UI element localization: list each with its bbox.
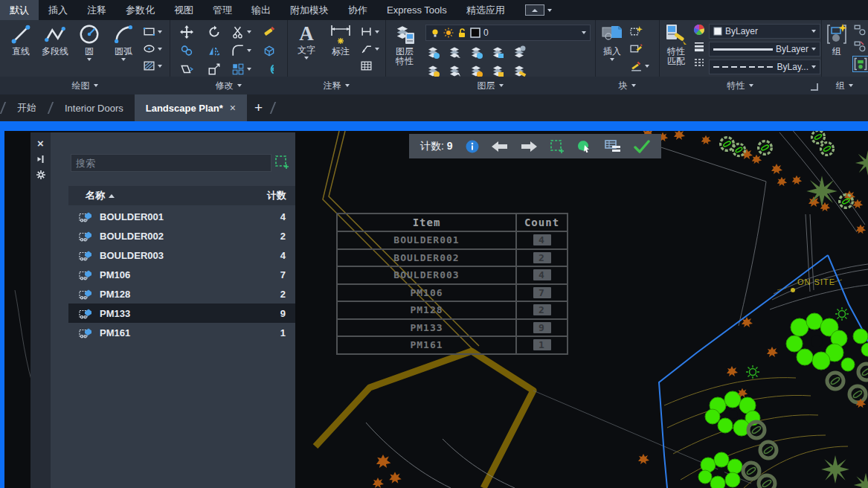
erase-icon[interactable]: [263, 25, 276, 39]
move-icon[interactable]: [180, 25, 193, 39]
hatch-button[interactable]: [143, 58, 162, 74]
ribbon-tab[interactable]: Express Tools: [377, 0, 457, 20]
palette-row-PM161[interactable]: PM1611: [68, 323, 295, 342]
ribbon-tab[interactable]: 视图: [164, 0, 203, 20]
palette-row-PM133[interactable]: PM1339: [68, 304, 295, 323]
match-properties-button[interactable]: 特性 匹配: [663, 20, 689, 77]
layer-merge-button[interactable]: [512, 45, 527, 60]
layer-properties-button[interactable]: 图层 特性: [390, 20, 419, 77]
panel-label-group[interactable]: 组: [821, 77, 868, 94]
arc-button[interactable]: 圆弧: [109, 20, 138, 77]
ribbon-tab[interactable]: 输出: [242, 0, 280, 20]
ribbon-tab[interactable]: 管理: [203, 0, 242, 20]
file-tab[interactable]: Interior Doors: [54, 94, 135, 121]
previous-arrow-button[interactable]: [492, 141, 508, 152]
select-objects-icon[interactable]: [274, 155, 289, 170]
mirror-icon[interactable]: [208, 44, 221, 57]
palette-row-PM106[interactable]: PM1067: [68, 265, 295, 284]
create-table-button[interactable]: [605, 139, 621, 154]
edit-block-button[interactable]: [630, 41, 649, 57]
polyline-button[interactable]: 多段线: [40, 20, 70, 77]
layer-match-button[interactable]: [512, 63, 527, 78]
layer-thaw-all-button[interactable]: [469, 63, 483, 78]
panel-label-annotate[interactable]: 注释: [287, 77, 385, 94]
scale-icon[interactable]: [208, 62, 221, 76]
close-tab-icon[interactable]: ×: [230, 102, 236, 114]
palette-row-BOULDER001[interactable]: BOULDER0014: [68, 207, 295, 226]
ribbon-tab[interactable]: 精选应用: [457, 0, 515, 20]
linear-dim-button[interactable]: [360, 24, 379, 39]
zoom-to-selected-button[interactable]: [577, 139, 592, 154]
leader-button[interactable]: [360, 41, 379, 57]
panel-label-properties[interactable]: 特性: [659, 77, 821, 94]
info-icon[interactable]: [466, 140, 479, 153]
palette-row-PM128[interactable]: PM1282: [68, 284, 295, 304]
palette-row-BOULDER002[interactable]: BOULDER0022: [68, 226, 295, 245]
palette-close-icon[interactable]: ×: [37, 138, 44, 149]
explode-icon[interactable]: [263, 44, 276, 57]
layer-select[interactable]: 0: [425, 25, 591, 41]
ribbon-tab[interactable]: 注释: [77, 0, 116, 20]
drawing-viewport[interactable]: ON SITE: [0, 121, 868, 488]
group-edit-icon[interactable]: [853, 40, 867, 54]
rotate-icon[interactable]: [208, 25, 221, 39]
group-selection-toggle[interactable]: [853, 57, 868, 71]
next-arrow-button[interactable]: [521, 141, 537, 152]
line-button[interactable]: 直线: [6, 20, 36, 77]
layer-unlock-button[interactable]: [490, 63, 505, 78]
lineweight-select[interactable]: ByLayer: [709, 42, 820, 57]
stretch-icon[interactable]: [180, 62, 193, 76]
confirm-check-button[interactable]: [634, 140, 650, 153]
dialog-launcher-icon[interactable]: [811, 83, 818, 91]
panel-label-modify[interactable]: 修改: [170, 77, 287, 94]
layer-freeze-button[interactable]: [469, 45, 483, 60]
ribbon-tab[interactable]: 默认: [0, 0, 39, 20]
layer-lock-button[interactable]: [490, 45, 505, 60]
group-button[interactable]: 组: [824, 20, 849, 77]
new-tab-button[interactable]: +: [254, 100, 263, 116]
dimension-button[interactable]: 标注: [326, 20, 356, 77]
ribbon-tab[interactable]: 参数化: [116, 0, 164, 20]
circle-button[interactable]: 圆: [74, 20, 104, 77]
palette-row-BOULDER003[interactable]: BOULDER0034: [68, 245, 295, 265]
ribbon-collapse-button[interactable]: [525, 4, 552, 16]
layer-on-icon: [430, 28, 440, 38]
file-tab[interactable]: Landscape Plan*×: [135, 94, 247, 121]
ribbon-tab[interactable]: 附加模块: [280, 0, 338, 20]
palette-autohide-pin-icon[interactable]: [36, 154, 46, 164]
lineweight-icon[interactable]: [693, 40, 705, 52]
select-region-button[interactable]: [550, 139, 565, 154]
block-icon: [79, 327, 92, 338]
offset-icon[interactable]: [263, 62, 276, 76]
insert-block-button[interactable]: 插入: [597, 20, 627, 77]
create-block-button[interactable]: [630, 24, 649, 39]
layer-on-all-button[interactable]: [425, 63, 440, 78]
object-color-select[interactable]: ByLayer: [709, 24, 820, 39]
ribbon-tab[interactable]: 插入: [39, 0, 77, 20]
edit-attributes-button[interactable]: [630, 58, 649, 74]
table-button[interactable]: [360, 58, 379, 74]
fillet-button[interactable]: [231, 42, 251, 58]
search-input[interactable]: [71, 154, 271, 172]
trim-button[interactable]: [231, 24, 251, 39]
ellipse-button[interactable]: [143, 41, 162, 57]
layer-off-button[interactable]: [425, 45, 440, 60]
layer-isolate-button[interactable]: [447, 45, 462, 60]
text-button[interactable]: A 文字: [292, 20, 321, 77]
panel-label-draw[interactable]: 绘图: [0, 77, 170, 94]
linetype-icon[interactable]: [693, 57, 705, 68]
lime-plant-cluster[interactable]: [786, 313, 868, 371]
panel-label-layers[interactable]: 图层: [385, 77, 595, 94]
palette-column-header[interactable]: 名称 计数: [68, 186, 295, 205]
rectangle-button[interactable]: [143, 24, 162, 39]
array-button[interactable]: [231, 61, 251, 77]
ribbon-tab[interactable]: 协作: [338, 0, 377, 20]
copy-icon[interactable]: [180, 44, 193, 57]
layer-unisolate-button[interactable]: [447, 63, 462, 78]
file-tab[interactable]: 开始: [6, 94, 48, 121]
linetype-select[interactable]: ByLay...: [709, 60, 820, 74]
ungroup-icon[interactable]: [853, 24, 867, 37]
color-wheel-icon[interactable]: [693, 24, 705, 36]
panel-label-block[interactable]: 块: [595, 77, 659, 94]
palette-settings-gear-icon[interactable]: [36, 170, 46, 180]
